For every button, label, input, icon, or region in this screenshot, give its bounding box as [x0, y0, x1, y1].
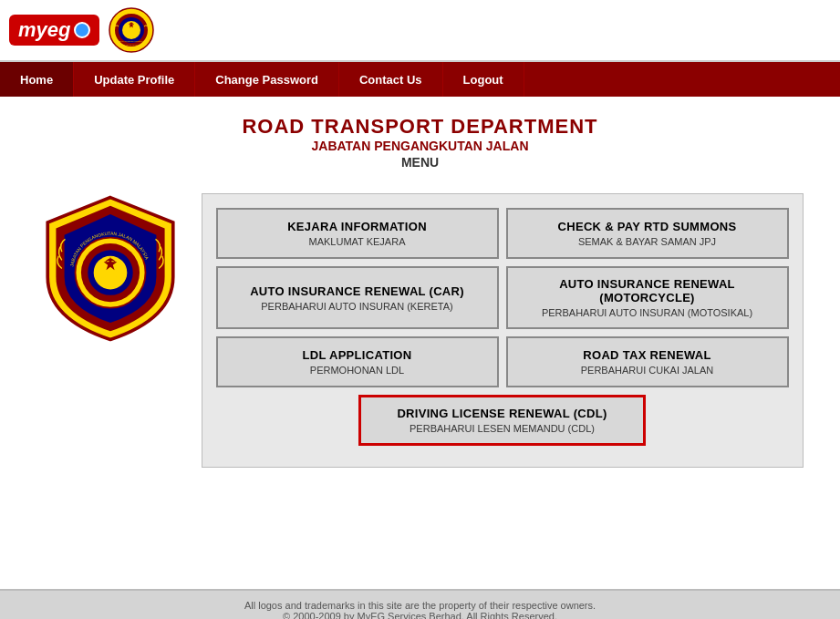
menu-row-2: AUTO INSURANCE RENEWAL (CAR) PERBAHARUI …	[216, 266, 789, 329]
menu-btn-auto-moto-main: AUTO INSURANCE RENEWAL (MOTORCYCLE)	[515, 277, 780, 304]
menu-btn-auto-car-sub: PERBAHARUI AUTO INSURAN (KERETA)	[261, 301, 452, 312]
menu-btn-road-tax-sub: PERBAHARUI CUKAI JALAN	[581, 365, 713, 376]
menu-btn-cdl-sub: PERBAHARUI LESEN MEMANDU (CDL)	[410, 423, 595, 434]
page-title-sub: JABATAN PENGANGKUTAN JALAN	[0, 139, 840, 153]
menu-btn-check-pay[interactable]: CHECK & PAY RTD SUMMONS SEMAK & BAYAR SA…	[506, 208, 789, 259]
menu-grid: KEJARA INFORMATION MAKLUMAT KEJARA CHECK…	[202, 193, 804, 468]
menu-btn-ldl[interactable]: LDL APPLICATION PERMOHONAN LDL	[216, 336, 499, 387]
menu-btn-check-pay-main: CHECK & PAY RTD SUMMONS	[558, 220, 737, 233]
nav-change-password[interactable]: Change Password	[195, 62, 339, 97]
menu-btn-check-pay-sub: SEMAK & BAYAR SAMAN JPJ	[578, 236, 716, 247]
nav-contact-us[interactable]: Contact Us	[339, 62, 443, 97]
menu-btn-auto-car[interactable]: AUTO INSURANCE RENEWAL (CAR) PERBAHARUI …	[216, 266, 499, 329]
menu-btn-ldl-main: LDL APPLICATION	[303, 348, 412, 362]
menu-btn-auto-moto-sub: PERBAHARUI AUTO INSURAN (MOTOSIKAL)	[542, 307, 752, 318]
nav-logout[interactable]: Logout	[443, 62, 524, 97]
menu-btn-road-tax-main: ROAD TAX RENEWAL	[583, 348, 710, 362]
navigation-bar: Home Update Profile Change Password Cont…	[0, 62, 840, 97]
main-content: ROAD TRANSPORT DEPARTMENT JABATAN PENGAN…	[0, 97, 840, 589]
menu-btn-auto-moto[interactable]: AUTO INSURANCE RENEWAL (MOTORCYCLE) PERB…	[506, 266, 789, 329]
menu-btn-kejara-sub: MAKLUMAT KEJARA	[309, 236, 406, 247]
footer-line2: © 2000-2009 by MyEG Services Berhad. All…	[9, 611, 831, 619]
myeg-logo: myeg	[9, 15, 99, 46]
menu-row-3: LDL APPLICATION PERMOHONAN LDL ROAD TAX …	[216, 336, 789, 387]
menu-row-1: KEJARA INFORMATION MAKLUMAT KEJARA CHECK…	[216, 208, 789, 259]
nav-home[interactable]: Home	[0, 62, 74, 97]
menu-btn-kejara-main: KEJARA INFORMATION	[287, 220, 427, 233]
page-title-block: ROAD TRANSPORT DEPARTMENT JABATAN PENGAN…	[0, 115, 840, 170]
myeg-text: myeg	[18, 18, 70, 42]
jpj-shield-large: JPJ JABATAN PENGANGKUTAN JALAN MALAYSIA	[42, 193, 179, 344]
menu-btn-cdl-main: DRIVING LICENSE RENEWAL (CDL)	[397, 407, 607, 420]
page-title-menu: MENU	[0, 155, 840, 170]
menu-btn-kejara[interactable]: KEJARA INFORMATION MAKLUMAT KEJARA	[216, 208, 499, 259]
page-title-main: ROAD TRANSPORT DEPARTMENT	[0, 115, 840, 139]
svg-text:JPJ: JPJ	[99, 268, 120, 282]
page-footer: All logos and trademarks in this site ar…	[0, 589, 840, 619]
nav-update-profile[interactable]: Update Profile	[74, 62, 195, 97]
menu-btn-road-tax[interactable]: ROAD TAX RENEWAL PERBAHARUI CUKAI JALAN	[506, 336, 789, 387]
footer-line1: All logos and trademarks in this site ar…	[9, 600, 831, 611]
menu-btn-ldl-sub: PERMOHONAN LDL	[310, 365, 404, 376]
shield-logo-area: JPJ JABATAN PENGANGKUTAN JALAN MALAYSIA	[37, 193, 183, 344]
content-area: JPJ JABATAN PENGANGKUTAN JALAN MALAYSIA	[0, 184, 840, 477]
svg-text:JABATAN PENGANGKUTAN: JABATAN PENGANGKUTAN	[117, 40, 147, 43]
page-header: myeg JPJ JABATAN PENGANGKUTAN JALAN MALA…	[0, 0, 840, 62]
svg-text:JALAN MALAYSIA: JALAN MALAYSIA	[122, 44, 141, 46]
svg-text:JPJ: JPJ	[127, 27, 138, 34]
menu-btn-cdl[interactable]: DRIVING LICENSE RENEWAL (CDL) PERBAHARUI…	[358, 395, 646, 446]
globe-icon	[74, 22, 90, 38]
menu-row-4: DRIVING LICENSE RENEWAL (CDL) PERBAHARUI…	[216, 395, 789, 446]
jpj-logo: JPJ JABATAN PENGANGKUTAN JALAN MALAYSIA	[109, 7, 154, 53]
menu-btn-auto-car-main: AUTO INSURANCE RENEWAL (CAR)	[250, 284, 464, 298]
